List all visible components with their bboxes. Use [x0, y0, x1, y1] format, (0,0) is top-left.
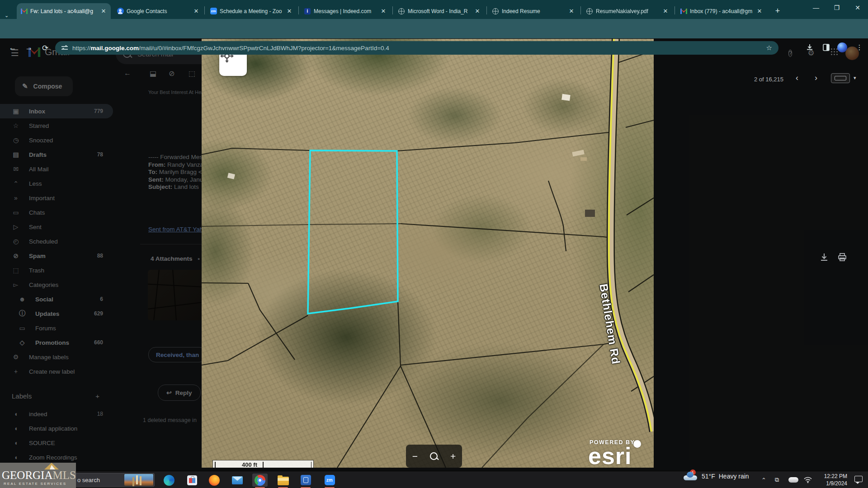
- tab-close-icon[interactable]: ✕: [286, 8, 293, 15]
- zoom-in-button[interactable]: +: [450, 451, 456, 461]
- window-close-button[interactable]: ✕: [847, 0, 868, 15]
- tab-title: Inbox (779) - ac4uall@gm: [690, 8, 753, 14]
- contacts-favicon: [117, 8, 124, 15]
- taskbar-phone-link-icon[interactable]: [298, 474, 313, 487]
- view-mode-button[interactable]: [831, 73, 850, 83]
- esri-logo-text: esri: [588, 442, 632, 468]
- url-domain: mail.google.com: [91, 45, 139, 52]
- browser-tab-4[interactable]: i Messages | Indeed.com ✕: [300, 3, 391, 19]
- tab-close-icon[interactable]: ✕: [474, 8, 481, 15]
- tab-title: Fw: Land lots - ac4uall@g: [30, 8, 97, 14]
- tab-title: Messages | Indeed.com: [314, 8, 377, 14]
- watermark-georgia: GEORGIA: [2, 469, 53, 481]
- browser-tab-7[interactable]: ResumeNakialvey.pdf ✕: [582, 3, 673, 19]
- browser-tab-3[interactable]: zm Schedule a Meeting - Zoo ✕: [206, 3, 297, 19]
- tab-title: Google Contacts: [127, 8, 190, 14]
- tray-onedrive-icon[interactable]: [788, 471, 798, 488]
- weather-temperature: 51°F: [702, 473, 715, 480]
- scale-label: 400 ft: [242, 461, 257, 468]
- globe-favicon: [586, 8, 593, 15]
- view-mode-caret-icon[interactable]: ▾: [854, 75, 856, 81]
- tab-close-icon[interactable]: ✕: [100, 8, 107, 15]
- zoom-lens-button[interactable]: [430, 452, 438, 460]
- mountain-peak-icon: [44, 463, 59, 469]
- clock-time: 12:22 PM: [816, 473, 847, 480]
- forward-button[interactable]: →: [23, 42, 35, 54]
- tab-title: Microsoft Word - India_R: [408, 8, 471, 14]
- weather-cloud-icon: 1: [684, 472, 697, 480]
- browser-tab-strip: ⌄ Fw: Land lots - ac4uall@g ✕ Google Con…: [0, 0, 868, 19]
- new-tab-button[interactable]: +: [771, 5, 784, 17]
- structures: [227, 94, 595, 217]
- reading-list-icon[interactable]: [820, 42, 832, 53]
- tab-close-icon[interactable]: ✕: [380, 8, 387, 15]
- browser-tab-2[interactable]: Google Contacts ✕: [113, 3, 203, 19]
- clock-date: 1/9/2024: [816, 480, 847, 487]
- tray-cast-icon[interactable]: ⧉: [775, 471, 779, 488]
- notification-center-icon[interactable]: [854, 476, 863, 482]
- road-casing: [611, 39, 653, 432]
- taskbar-edge-icon[interactable]: [161, 474, 177, 487]
- parcel-lines-layer: [202, 39, 654, 468]
- back-button[interactable]: ←: [6, 42, 19, 54]
- tray-wifi-icon[interactable]: [804, 471, 812, 488]
- gmail-favicon: [680, 8, 687, 15]
- site-settings-icon[interactable]: [61, 45, 68, 51]
- windows-taskbar: o search zm 1 51°F Heavy rain ⌃ ⧉ 12:22 …: [0, 471, 868, 488]
- tab-title: Indeed Resume: [502, 8, 565, 14]
- taskbar-chrome-icon[interactable]: [252, 474, 268, 487]
- download-attachment-icon[interactable]: [819, 252, 831, 264]
- bookmark-star-icon[interactable]: ☆: [766, 44, 772, 52]
- tray-chevron-up-icon[interactable]: ⌃: [761, 471, 766, 488]
- watermark-tagline: REAL ESTATE SERVICES: [4, 482, 66, 486]
- notification-badge: 1: [690, 469, 696, 475]
- address-bar[interactable]: https://mail.google.comhttps://mail.goog…: [55, 41, 778, 55]
- lot-boundary-highlight: [308, 150, 398, 314]
- weather-description: Heavy rain: [719, 473, 749, 480]
- tab-close-icon[interactable]: ✕: [568, 8, 575, 15]
- globe-favicon: [398, 8, 405, 15]
- indeed-favicon: i: [304, 8, 311, 15]
- next-attachment-icon[interactable]: ›: [815, 73, 817, 83]
- url-text: https://mail.google.comhttps://mail.goog…: [72, 45, 389, 52]
- tab-title: ResumeNakialvey.pdf: [596, 8, 659, 14]
- taskbar-search-text: o search: [77, 477, 100, 483]
- window-restore-button[interactable]: ❐: [826, 0, 847, 15]
- zoom-out-button[interactable]: −: [412, 451, 418, 461]
- aerial-map-image[interactable]: Bethlehem Rd − + POWERED BY esri 400 f: [202, 39, 654, 468]
- tab-search-chevron-icon[interactable]: ⌄: [5, 13, 9, 19]
- globe-favicon: [492, 8, 499, 15]
- map-scale-bar: 400 ft: [212, 460, 314, 468]
- previous-attachment-icon[interactable]: ‹: [796, 73, 798, 83]
- zoom-favicon: zm: [210, 8, 217, 15]
- map-zoom-toolbar: − +: [406, 445, 462, 468]
- taskbar-file-explorer-icon[interactable]: [275, 474, 291, 487]
- downloads-icon[interactable]: [804, 42, 816, 53]
- taskbar-store-icon[interactable]: [184, 474, 200, 487]
- tab-title: Schedule a Meeting - Zoo: [220, 8, 283, 14]
- reload-button[interactable]: ⟳: [39, 42, 52, 54]
- browser-menu-icon[interactable]: ⋮: [854, 42, 865, 53]
- taskbar-clock[interactable]: 12:22 PM 1/9/2024: [816, 473, 847, 487]
- browser-tab-1[interactable]: Fw: Land lots - ac4uall@g ✕: [17, 3, 111, 19]
- browser-tab-5[interactable]: Microsoft Word - India_R ✕: [394, 3, 485, 19]
- georgia-mls-watermark: GEORGIAMLS REAL ESTATE SERVICES: [0, 463, 76, 488]
- taskbar-mail-icon[interactable]: [230, 474, 245, 487]
- esri-globe-icon: [633, 440, 641, 448]
- profile-avatar-icon[interactable]: [836, 42, 848, 53]
- search-highlight-image[interactable]: [124, 474, 153, 486]
- window-minimize-button[interactable]: —: [806, 0, 826, 15]
- url-rest: /mail/u/0/#inbox/FMfcgzGwJchvnwwrSPpwtrC…: [139, 45, 389, 52]
- taskbar-zoom-icon[interactable]: zm: [322, 474, 337, 487]
- tab-close-icon[interactable]: ✕: [756, 8, 763, 15]
- browser-tab-6[interactable]: Indeed Resume ✕: [488, 3, 579, 19]
- taskbar-firefox-icon[interactable]: [207, 474, 222, 487]
- gmail-favicon: [20, 8, 28, 15]
- browser-toolbar: ← → ⟳ https://mail.google.comhttps://mai…: [0, 19, 868, 38]
- taskbar-weather-widget[interactable]: 1 51°F Heavy rain: [684, 472, 749, 480]
- print-attachment-icon[interactable]: [837, 252, 849, 264]
- tab-close-icon[interactable]: ✕: [193, 8, 200, 15]
- screen: ⌄ Fw: Land lots - ac4uall@g ✕ Google Con…: [0, 0, 868, 488]
- tab-close-icon[interactable]: ✕: [662, 8, 669, 15]
- browser-tab-8[interactable]: Inbox (779) - ac4uall@gm ✕: [676, 3, 767, 19]
